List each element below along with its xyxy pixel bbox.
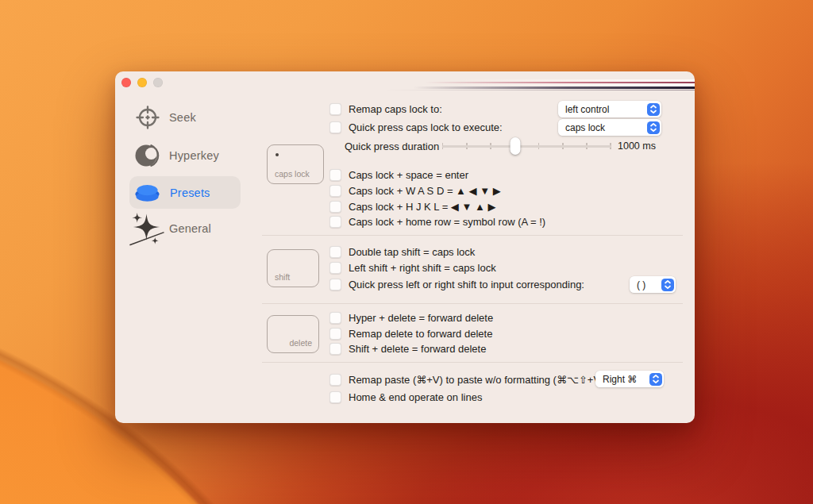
quick-press-row: Quick press caps lock to execute: xyxy=(329,119,503,135)
remap-paste-checkbox[interactable] xyxy=(329,374,341,386)
sidebar-item-hyperkey[interactable]: Hyperkey xyxy=(134,143,219,168)
traffic-lights xyxy=(121,78,163,87)
quick-press-duration-slider[interactable] xyxy=(442,138,611,154)
sidebar-item-label: Seek xyxy=(169,111,196,124)
caps-homerow-checkbox[interactable] xyxy=(329,216,341,228)
remap-capslock-checkbox[interactable] xyxy=(329,103,341,115)
remap-paste-row: Remap paste (⌘+V) to paste w/o formattin… xyxy=(329,371,607,387)
delete-keycap: delete xyxy=(267,315,319,353)
sidebar-item-label: Hyperkey xyxy=(169,149,219,162)
remap-delete-checkbox[interactable] xyxy=(329,328,341,340)
streak-faint-line xyxy=(385,90,695,91)
home-end-checkbox[interactable] xyxy=(329,391,341,403)
sidebar-item-seek[interactable]: Seek xyxy=(136,106,196,129)
close-button[interactable] xyxy=(121,78,131,87)
duration-value: 1000 ms xyxy=(618,138,656,154)
quick-press-dropdown[interactable]: caps lock xyxy=(558,119,661,136)
check-label: Caps lock + H J K L = ◀ ▼ ▲ ▶ xyxy=(349,201,495,213)
streak-dark-line xyxy=(413,87,695,89)
shift-delete-checkbox[interactable] xyxy=(329,343,341,355)
dropdown-value: caps lock xyxy=(565,122,605,133)
dropdown-value: left control xyxy=(565,104,609,115)
zoom-button[interactable] xyxy=(153,78,163,87)
app-window: Seek Hyperkey Presets xyxy=(115,71,695,423)
decorative-streaks xyxy=(115,71,695,95)
check-label: Home & end operate on lines xyxy=(349,391,482,403)
shift-parens-dropdown[interactable]: ( ) xyxy=(630,276,676,293)
sidebar-item-general[interactable]: General xyxy=(128,210,211,248)
shift-delete-row: Shift + delete = forward delete xyxy=(329,340,486,356)
quick-press-checkbox[interactable] xyxy=(329,121,341,133)
capslock-led xyxy=(275,153,279,156)
shift-keycap: shift xyxy=(267,249,319,287)
double-tap-shift-checkbox[interactable] xyxy=(329,246,341,258)
check-label: Shift + delete = forward delete xyxy=(349,343,486,355)
check-label: Caps lock + W A S D = ▲ ◀ ▼ ▶ xyxy=(349,185,501,197)
remap-capslock-row: Remap caps lock to: xyxy=(329,101,442,117)
remap-capslock-dropdown[interactable]: left control xyxy=(558,101,661,117)
check-label: Remap paste (⌘+V) to paste w/o formattin… xyxy=(349,374,607,386)
caps-hjkl-checkbox[interactable] xyxy=(329,201,341,213)
remap-delete-row: Remap delete to forward delete xyxy=(329,325,492,341)
sidebar-item-presets[interactable]: Presets xyxy=(134,182,210,203)
left-right-shift-checkbox[interactable] xyxy=(329,262,341,274)
caps-wasd-checkbox[interactable] xyxy=(329,185,341,197)
check-label: Left shift + right shift = caps lock xyxy=(349,262,496,274)
dropdown-value: ( ) xyxy=(637,279,645,290)
check-label: Caps lock + home row = symbol row (A = !… xyxy=(349,216,545,228)
popup-stepper-icon xyxy=(649,373,662,386)
check-label: Double tap shift = caps lock xyxy=(349,246,475,258)
hyper-delete-checkbox[interactable] xyxy=(329,312,341,324)
left-right-shift-row: Left shift + right shift = caps lock xyxy=(329,260,496,275)
popup-stepper-icon xyxy=(647,103,660,116)
check-label: Caps lock + space = enter xyxy=(349,169,468,181)
shift-quick-press-checkbox[interactable] xyxy=(329,279,341,290)
section-divider xyxy=(262,235,683,236)
section-divider xyxy=(262,362,683,363)
duration-row: Quick press duration xyxy=(345,138,439,154)
shift-quick-press-row: Quick press left or right shift to input… xyxy=(329,276,584,292)
minimize-button[interactable] xyxy=(137,78,147,87)
check-label: Hyper + delete = forward delete xyxy=(349,312,493,324)
dropdown-value: Right ⌘ xyxy=(603,374,637,385)
slider-thumb[interactable] xyxy=(510,137,520,155)
remap-capslock-label: Remap caps lock to: xyxy=(349,103,442,115)
streak-pink-line xyxy=(425,82,695,84)
keycap-label: delete xyxy=(289,338,312,348)
keycap-label: shift xyxy=(275,272,290,282)
popup-stepper-icon xyxy=(647,121,660,134)
sidebar-item-label: Presets xyxy=(170,187,210,199)
sidebar-item-label: General xyxy=(169,222,211,235)
hyperkey-logo-icon xyxy=(134,143,160,168)
crosshair-target-icon xyxy=(136,106,160,129)
home-end-row: Home & end operate on lines xyxy=(329,389,482,405)
caps-space-checkbox[interactable] xyxy=(329,169,341,181)
blue-disc-stack-icon xyxy=(134,182,160,203)
popup-stepper-icon xyxy=(661,279,674,291)
keycap-label: caps lock xyxy=(275,169,310,179)
slider-track xyxy=(442,145,611,148)
caps-space-row: Caps lock + space = enter xyxy=(329,167,468,183)
caps-hjkl-row: Caps lock + H J K L = ◀ ▼ ▲ ▶ xyxy=(329,198,495,214)
hyper-delete-row: Hyper + delete = forward delete xyxy=(329,310,493,325)
streak-glow xyxy=(457,79,695,88)
check-label: Remap delete to forward delete xyxy=(349,328,492,340)
sparkles-icon xyxy=(128,210,165,248)
quick-press-label: Quick press caps lock to execute: xyxy=(349,121,503,133)
check-label: Quick press left or right shift to input… xyxy=(349,279,584,290)
caps-homerow-row: Caps lock + home row = symbol row (A = !… xyxy=(329,214,545,229)
capslock-keycap: caps lock xyxy=(267,144,324,184)
paste-modifier-dropdown[interactable]: Right ⌘ xyxy=(595,371,664,387)
section-divider xyxy=(262,303,683,304)
duration-label: Quick press duration xyxy=(345,140,439,152)
double-tap-shift-row: Double tap shift = caps lock xyxy=(329,244,475,260)
caps-wasd-row: Caps lock + W A S D = ▲ ◀ ▼ ▶ xyxy=(329,183,501,198)
